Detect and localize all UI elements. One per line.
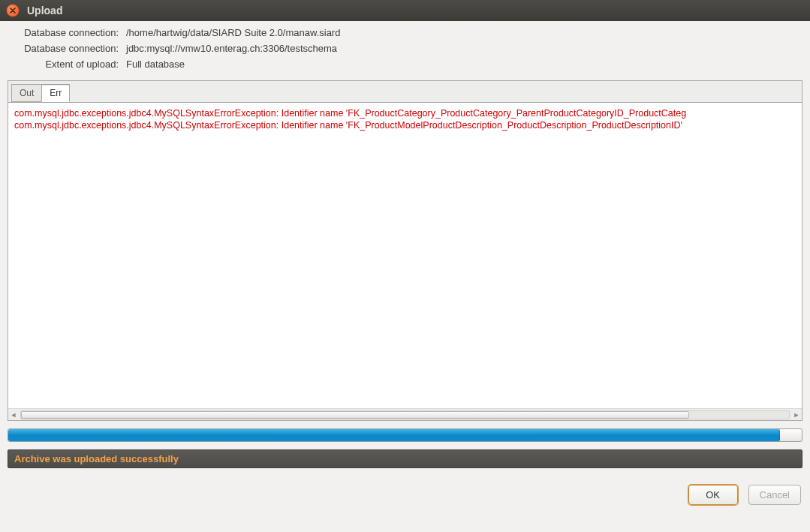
title-bar: Upload bbox=[0, 0, 810, 21]
label-connection-2: Database connection: bbox=[8, 43, 119, 54]
close-button[interactable] bbox=[6, 4, 20, 17]
log-panel: Out Err com.mysql.jdbc.exceptions.jdbc4.… bbox=[8, 80, 802, 421]
window-title: Upload bbox=[27, 5, 62, 17]
tab-err[interactable]: Err bbox=[41, 84, 70, 102]
label-connection-1: Database connection: bbox=[8, 27, 119, 38]
value-extent: Full database bbox=[126, 59, 802, 70]
label-extent: Extent of upload: bbox=[8, 59, 119, 70]
progress-fill bbox=[8, 429, 780, 441]
log-area[interactable]: com.mysql.jdbc.exceptions.jdbc4.MySQLSyn… bbox=[8, 103, 802, 408]
status-bar: Archive was uploaded successfully bbox=[8, 449, 802, 468]
cancel-button: Cancel bbox=[748, 485, 801, 505]
value-connection-1: /home/hartwig/data/SIARD Suite 2.0/manaw… bbox=[126, 27, 802, 38]
log-area-wrap: com.mysql.jdbc.exceptions.jdbc4.MySQLSyn… bbox=[8, 102, 802, 420]
button-row: OK Cancel bbox=[8, 485, 802, 505]
log-line: com.mysql.jdbc.exceptions.jdbc4.MySQLSyn… bbox=[14, 119, 796, 131]
log-line: com.mysql.jdbc.exceptions.jdbc4.MySQLSyn… bbox=[14, 107, 796, 119]
tab-out[interactable]: Out bbox=[11, 84, 42, 102]
value-connection-2: jdbc:mysql://vmw10.enterag.ch:3306/tests… bbox=[126, 43, 802, 54]
scroll-track[interactable] bbox=[20, 410, 790, 419]
info-grid: Database connection: /home/hartwig/data/… bbox=[8, 27, 802, 70]
close-icon bbox=[10, 8, 16, 14]
ok-button[interactable]: OK bbox=[688, 485, 738, 505]
horizontal-scrollbar[interactable]: ◄ ► bbox=[8, 408, 802, 420]
progress-container bbox=[8, 428, 802, 442]
scroll-right-icon[interactable]: ► bbox=[791, 410, 802, 420]
tab-strip: Out Err bbox=[8, 81, 802, 102]
scroll-left-icon[interactable]: ◄ bbox=[8, 410, 19, 420]
dialog-content: Database connection: /home/hartwig/data/… bbox=[0, 21, 810, 512]
scroll-thumb[interactable] bbox=[21, 411, 689, 419]
progress-bar bbox=[8, 428, 802, 442]
